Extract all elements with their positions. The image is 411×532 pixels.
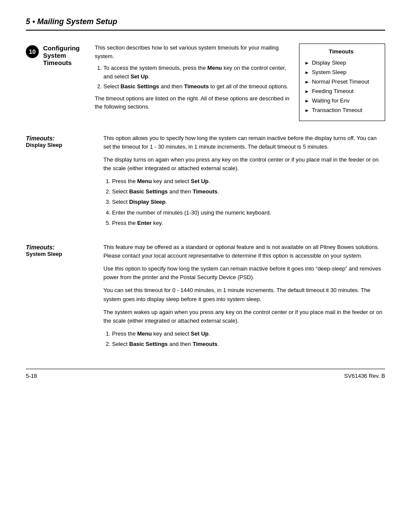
timeout-item-transaction: ►Transaction Timeout xyxy=(305,106,378,115)
system-sleep-para2: Use this option to specify how long the … xyxy=(103,264,385,282)
section-10-left: 10 Configuring System Timeouts This sect… xyxy=(26,44,290,121)
step-2: Select Basic Settings and then Timeouts … xyxy=(103,82,290,91)
ds-step-4: Enter the number of minutes (1-30) using… xyxy=(112,208,385,217)
timeout-item-normal-preset: ►Normal Preset Timeout xyxy=(305,77,378,87)
arrow-icon: ► xyxy=(305,97,309,105)
system-sleep-para1: This feature may be offered as a standar… xyxy=(103,243,385,260)
timeout-item-system-sleep: ►System Sleep xyxy=(305,68,378,77)
footer-left: 5-18 xyxy=(26,373,37,379)
display-sleep-content: This option allows you to specify how lo… xyxy=(103,134,385,230)
subsection-display-sleep: Timeouts: Display Sleep This option allo… xyxy=(26,134,385,230)
timeouts-list: ►Display Sleep ►System Sleep ►Normal Pre… xyxy=(305,58,378,115)
page-footer: 5-18 SV61436 Rev. B xyxy=(26,369,385,379)
display-sleep-label-italic: Timeouts: xyxy=(26,135,95,142)
section-steps: To access the system timeouts, press the… xyxy=(103,64,290,91)
ss-step-1: Press the Menu key and select Set Up. xyxy=(112,330,385,338)
arrow-icon: ► xyxy=(305,87,309,96)
system-sleep-content: This feature may be offered as a standar… xyxy=(103,243,385,351)
timeouts-box: Timeouts ►Display Sleep ►System Sleep ►N… xyxy=(299,44,385,121)
section-number: 10 xyxy=(26,44,39,121)
timeout-item-waiting: ►Waiting for Env xyxy=(305,96,378,106)
ss-step-2: Select Basic Settings and then Timeouts. xyxy=(112,340,385,348)
system-sleep-label: Timeouts: System Sleep xyxy=(26,243,95,351)
section-body: This section describes how to set variou… xyxy=(95,44,290,121)
step-1: To access the system timeouts, press the… xyxy=(103,64,290,81)
system-sleep-steps: Press the Menu key and select Set Up. Se… xyxy=(112,330,385,348)
page-header: 5 • Mailing System Setup xyxy=(26,17,385,31)
section-intro: This section describes how to set variou… xyxy=(95,44,290,60)
system-sleep-label-sub: System Sleep xyxy=(26,251,95,257)
section-badge: 10 xyxy=(26,45,39,58)
system-sleep-label-italic: Timeouts: xyxy=(26,244,95,251)
footer-right: SV61436 Rev. B xyxy=(344,373,385,379)
display-sleep-para1: This option allows you to specify how lo… xyxy=(103,134,385,151)
arrow-icon: ► xyxy=(305,68,309,77)
page: 5 • Mailing System Setup 10 Configuring … xyxy=(0,0,411,390)
page-title: 5 • Mailing System Setup xyxy=(26,17,117,26)
section-10: 10 Configuring System Timeouts This sect… xyxy=(26,44,385,121)
timeout-item-feeding: ►Feeding Timeout xyxy=(305,87,378,96)
display-sleep-label: Timeouts: Display Sleep xyxy=(26,134,95,230)
section-title: Configuring System Timeouts xyxy=(43,44,90,66)
timeouts-box-title: Timeouts xyxy=(305,48,378,55)
arrow-icon: ► xyxy=(305,106,309,115)
ds-step-2: Select Basic Settings and then Timeouts. xyxy=(112,187,385,196)
arrow-icon: ► xyxy=(305,59,309,67)
section-closing: The timeout options are listed on the ri… xyxy=(95,94,290,111)
system-sleep-para3: You can set this timeout for 0 - 1440 mi… xyxy=(103,286,385,303)
ds-step-3: Select Display Sleep. xyxy=(112,198,385,206)
arrow-icon: ► xyxy=(305,78,309,86)
display-sleep-para2: The display turns on again when you pres… xyxy=(103,156,385,173)
display-sleep-steps: Press the Menu key and select Set Up. Se… xyxy=(112,177,385,227)
ds-step-1: Press the Menu key and select Set Up. xyxy=(112,177,385,186)
display-sleep-label-sub: Display Sleep xyxy=(26,142,95,148)
subsection-system-sleep: Timeouts: System Sleep This feature may … xyxy=(26,243,385,351)
ds-step-5: Press the Enter key. xyxy=(112,219,385,227)
system-sleep-para4: The system wakes up again when you press… xyxy=(103,308,385,325)
timeout-item-display-sleep: ►Display Sleep xyxy=(305,58,378,68)
section-title-block: Configuring System Timeouts xyxy=(43,44,90,121)
